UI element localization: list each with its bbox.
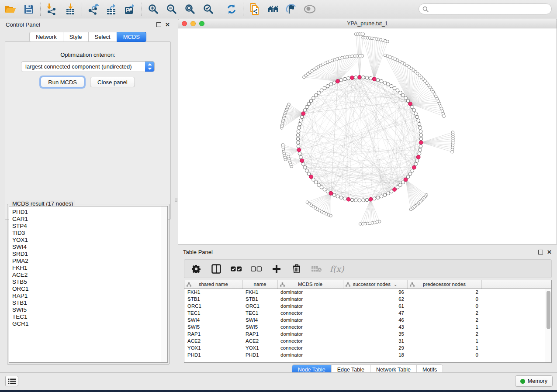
optimization-criterion-value: largest connected component (undirected): [21, 63, 145, 70]
column-header-successor-nodes[interactable]: successor nodes⌄: [343, 280, 407, 289]
cell-shared-name: SWI5: [184, 323, 242, 330]
cell-name: FKH1: [242, 289, 277, 296]
optimization-criterion-select[interactable]: largest connected component (undirected): [21, 61, 155, 72]
mcds-result-node[interactable]: STB1: [12, 299, 167, 306]
table-row[interactable]: YOX1YOX1connector291: [184, 344, 551, 351]
table-row[interactable]: RAP1RAP1dominator352: [184, 330, 551, 337]
cell-filler: [481, 303, 551, 309]
column-header-predecessor-nodes[interactable]: predecessor nodes: [407, 280, 481, 289]
mcds-result-scrollbar[interactable]: [162, 206, 167, 362]
table-panel-float-icon[interactable]: [538, 250, 543, 254]
tab-mcds[interactable]: MCDS: [117, 32, 146, 42]
cell-MCDS-role: dominator: [277, 289, 343, 296]
deselect-all-rows-icon[interactable]: [251, 263, 262, 275]
node-table: shared namenameMCDS rolesuccessor nodes⌄…: [184, 280, 551, 358]
export-network-icon[interactable]: [87, 3, 100, 15]
mcds-result-node[interactable]: TEC1: [12, 313, 167, 320]
select-all-rows-icon[interactable]: [231, 263, 242, 275]
table-row[interactable]: TEC1TEC1connector472: [184, 309, 551, 316]
delete-column-icon[interactable]: [291, 263, 302, 275]
table-row[interactable]: ORC1ORC1dominator610: [184, 303, 551, 309]
mcds-result-node[interactable]: STP4: [12, 223, 167, 230]
table-row[interactable]: SWI4SWI4dominator462: [184, 316, 551, 323]
import-network-icon[interactable]: [46, 3, 58, 15]
column-type-icon: [346, 282, 350, 288]
table-row[interactable]: FKH1FKH1dominator962: [184, 289, 551, 296]
column-header-label: shared name: [184, 282, 242, 287]
search-input[interactable]: [431, 6, 548, 12]
column-header-label: MCDS role: [278, 282, 343, 287]
cell-name: YOX1: [242, 344, 277, 351]
cell-successor-nodes: 29: [343, 344, 407, 351]
cell-MCDS-role: connector: [277, 323, 343, 330]
tab-select[interactable]: Select: [88, 32, 117, 42]
control-panel-close-icon[interactable]: ✕: [165, 22, 170, 27]
mcds-result-node[interactable]: FKH1: [12, 265, 167, 272]
column-header-shared-name[interactable]: shared name: [184, 280, 242, 289]
add-column-icon[interactable]: [271, 263, 282, 275]
table-panel-close-icon[interactable]: ✕: [547, 250, 552, 254]
mcds-result-node[interactable]: SRD1: [12, 251, 167, 258]
open-session-icon[interactable]: [4, 3, 17, 15]
hide-graphics-details-icon[interactable]: [285, 3, 298, 15]
column-type-icon: [410, 282, 415, 288]
mcds-result-node[interactable]: YOX1: [12, 237, 167, 244]
mcds-result-list[interactable]: PHD1CAR1STP4TID3YOX1SWI4SRD1PMA2FKH1ACE2…: [9, 206, 168, 363]
network-window-titlebar[interactable]: YPA_prune.txt_1: [178, 19, 557, 28]
cell-successor-nodes: 43: [343, 323, 407, 330]
cell-name: STB1: [242, 296, 277, 303]
scrollbar-thumb[interactable]: [547, 291, 550, 329]
cell-filler: [481, 344, 551, 351]
mcds-result-node[interactable]: RAP1: [12, 292, 167, 299]
column-header-name[interactable]: name: [242, 280, 277, 289]
save-session-icon[interactable]: [23, 3, 35, 15]
run-mcds-button[interactable]: Run MCDS: [41, 77, 84, 87]
tab-style[interactable]: Style: [63, 32, 88, 42]
import-table-icon[interactable]: [64, 3, 76, 15]
mcds-result-node[interactable]: GCR1: [12, 320, 167, 327]
network-overview-houses-icon[interactable]: [267, 3, 279, 15]
zoom-fit-icon[interactable]: [184, 3, 196, 15]
tab-network[interactable]: Network: [29, 32, 63, 42]
close-panel-button[interactable]: Close panel: [90, 77, 135, 87]
cell-predecessor-nodes: 0: [407, 351, 481, 358]
mcds-result-node[interactable]: ACE2: [12, 272, 167, 279]
apply-layout-refresh-icon[interactable]: [225, 3, 238, 15]
mcds-result-node[interactable]: PHD1: [12, 209, 167, 216]
task-history-button[interactable]: [5, 376, 18, 386]
table-row[interactable]: SWI5SWI5connector431: [184, 323, 551, 330]
show-graphics-details-eye-icon[interactable]: [304, 3, 316, 15]
memory-label: Memory: [528, 378, 547, 384]
table-options-gear-icon[interactable]: [190, 263, 202, 275]
show-columns-panel-icon[interactable]: [211, 263, 222, 275]
cell-name: TEC1: [242, 309, 277, 316]
zoom-in-icon[interactable]: [147, 3, 159, 15]
mcds-result-node[interactable]: ORC1: [12, 285, 167, 292]
mcds-result-node[interactable]: STB5: [12, 279, 167, 285]
table-row[interactable]: STB1STB1dominator620: [184, 296, 551, 303]
memory-button[interactable]: Memory: [515, 375, 553, 387]
mcds-result-node[interactable]: TID3: [12, 230, 167, 237]
table-row[interactable]: PHD1PHD1dominator180: [184, 351, 551, 358]
cell-predecessor-nodes: 1: [407, 344, 481, 351]
mcds-result-node[interactable]: SWI5: [12, 306, 167, 313]
network-view-canvas[interactable]: [178, 29, 557, 244]
mcds-result-node[interactable]: SWI4: [12, 244, 167, 251]
search-field[interactable]: [419, 3, 552, 14]
clone-network-icon[interactable]: [249, 3, 261, 15]
column-header-MCDS-role[interactable]: MCDS role: [277, 280, 343, 289]
table-vertical-scrollbar[interactable]: [545, 289, 551, 362]
vertical-splitter[interactable]: [174, 19, 178, 372]
mcds-result-items: PHD1CAR1STP4TID3YOX1SWI4SRD1PMA2FKH1ACE2…: [9, 206, 167, 327]
export-image-icon[interactable]: [124, 3, 136, 15]
table-row[interactable]: ACE2ACE2connector311: [184, 337, 551, 344]
mcds-result-node[interactable]: PMA2: [12, 258, 167, 265]
zoom-out-icon[interactable]: [166, 3, 178, 15]
mcds-result-node[interactable]: CAR1: [12, 216, 167, 223]
zoom-selected-icon[interactable]: [202, 3, 214, 15]
splitter-grip[interactable]: [175, 198, 177, 202]
control-panel-float-icon[interactable]: [156, 22, 161, 27]
control-panel-title: Control Panel: [6, 21, 40, 28]
cell-filler: [481, 337, 551, 344]
export-table-icon[interactable]: [106, 3, 118, 15]
